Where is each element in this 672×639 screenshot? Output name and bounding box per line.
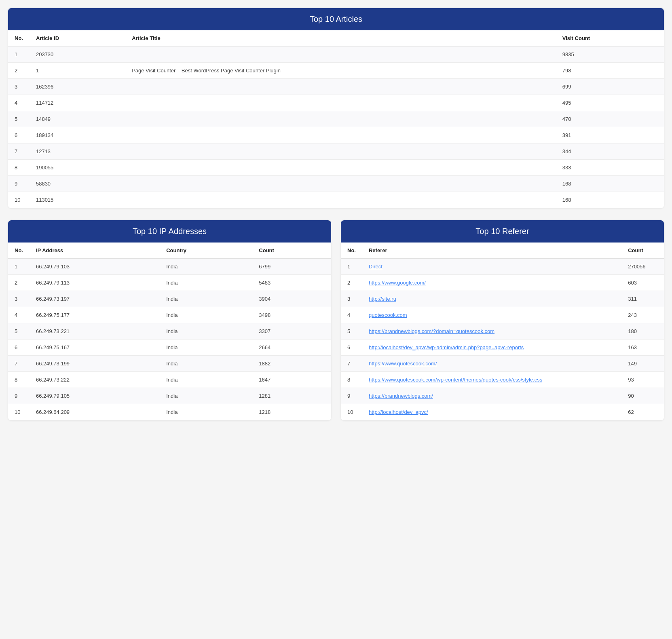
referer-no: 10 bbox=[341, 404, 362, 420]
table-row: 6 66.249.75.167 India 2664 bbox=[8, 340, 331, 356]
article-title bbox=[125, 95, 556, 111]
ip-country: India bbox=[160, 323, 252, 340]
referer-table: No. Referer Count 1 Direct 270056 2 http… bbox=[341, 243, 664, 420]
article-title bbox=[125, 192, 556, 208]
referer-no: 8 bbox=[341, 372, 362, 388]
ip-count: 3904 bbox=[252, 291, 331, 307]
articles-section: Top 10 Articles No. Article ID Article T… bbox=[8, 8, 664, 208]
referer-link[interactable]: Direct bbox=[369, 264, 382, 270]
article-count: 798 bbox=[556, 63, 664, 79]
article-title: Page Visit Counter – Best WordPress Page… bbox=[125, 63, 556, 79]
table-row: 9 https://brandnewblogs.com/ 90 bbox=[341, 388, 664, 404]
table-row: 1 203730 9835 bbox=[8, 46, 664, 63]
articles-col-id: Article ID bbox=[30, 30, 125, 46]
table-row: 2 https://www.google.com/ 603 bbox=[341, 275, 664, 291]
table-row: 7 12713 344 bbox=[8, 143, 664, 160]
table-row: 8 https://www.quotescook.com/wp-content/… bbox=[341, 372, 664, 388]
article-count: 699 bbox=[556, 79, 664, 95]
ip-country: India bbox=[160, 259, 252, 275]
table-row: 4 quotescook.com 243 bbox=[341, 307, 664, 323]
referer-no: 5 bbox=[341, 323, 362, 340]
table-row: 10 66.249.64.209 India 1218 bbox=[8, 404, 331, 420]
ip-count: 3307 bbox=[252, 323, 331, 340]
table-row: 5 https://brandnewblogs.com/?domain=quot… bbox=[341, 323, 664, 340]
referer-count: 163 bbox=[621, 340, 664, 356]
article-id: 189134 bbox=[30, 127, 125, 143]
table-row: 10 http://localhost/dev_apvc/ 62 bbox=[341, 404, 664, 420]
table-row: 4 66.249.75.177 India 3498 bbox=[8, 307, 331, 323]
table-row: 3 162396 699 bbox=[8, 79, 664, 95]
ip-country: India bbox=[160, 275, 252, 291]
article-no: 7 bbox=[8, 143, 30, 160]
referer-count: 90 bbox=[621, 388, 664, 404]
ip-address: 66.249.64.209 bbox=[30, 404, 160, 420]
table-row: 1 66.249.79.103 India 6799 bbox=[8, 259, 331, 275]
referer-count: 270056 bbox=[621, 259, 664, 275]
referer-link[interactable]: https://brandnewblogs.com/?domain=quotes… bbox=[369, 328, 494, 334]
ip-address: 66.249.79.105 bbox=[30, 388, 160, 404]
ip-no: 7 bbox=[8, 356, 30, 372]
articles-col-title: Article Title bbox=[125, 30, 556, 46]
ip-address: 66.249.73.199 bbox=[30, 356, 160, 372]
article-id: 12713 bbox=[30, 143, 125, 160]
referer-count: 311 bbox=[621, 291, 664, 307]
table-row: 6 189134 391 bbox=[8, 127, 664, 143]
article-title bbox=[125, 176, 556, 192]
table-row: 7 66.249.73.199 India 1882 bbox=[8, 356, 331, 372]
referer-url: http://localhost/dev_apvc/wp-admin/admin… bbox=[362, 340, 621, 356]
referer-count: 93 bbox=[621, 372, 664, 388]
ip-col-count: Count bbox=[252, 243, 331, 259]
table-row: 3 http://site.ru 311 bbox=[341, 291, 664, 307]
referer-link[interactable]: quotescook.com bbox=[369, 312, 407, 318]
table-row: 5 66.249.73.221 India 3307 bbox=[8, 323, 331, 340]
article-count: 495 bbox=[556, 95, 664, 111]
article-id: 58830 bbox=[30, 176, 125, 192]
ip-country: India bbox=[160, 372, 252, 388]
ip-address: 66.249.73.221 bbox=[30, 323, 160, 340]
referer-link[interactable]: http://site.ru bbox=[369, 296, 396, 302]
ip-no: 3 bbox=[8, 291, 30, 307]
referer-col-referer: Referer bbox=[362, 243, 621, 259]
ip-country: India bbox=[160, 388, 252, 404]
referer-link[interactable]: https://www.quotescook.com/ bbox=[369, 361, 437, 367]
article-no: 4 bbox=[8, 95, 30, 111]
table-row: 8 66.249.73.222 India 1647 bbox=[8, 372, 331, 388]
referer-count: 62 bbox=[621, 404, 664, 420]
article-title bbox=[125, 111, 556, 127]
ip-address: 66.249.73.197 bbox=[30, 291, 160, 307]
referer-no: 6 bbox=[341, 340, 362, 356]
referer-link[interactable]: https://www.quotescook.com/wp-content/th… bbox=[369, 377, 542, 383]
ip-no: 5 bbox=[8, 323, 30, 340]
ip-address: 66.249.75.167 bbox=[30, 340, 160, 356]
ip-country: India bbox=[160, 404, 252, 420]
referer-url: https://www.quotescook.com/wp-content/th… bbox=[362, 372, 621, 388]
referer-url: https://www.quotescook.com/ bbox=[362, 356, 621, 372]
referer-col-no: No. bbox=[341, 243, 362, 259]
ip-country: India bbox=[160, 307, 252, 323]
referer-section: Top 10 Referer No. Referer Count 1 Direc… bbox=[341, 220, 664, 420]
referer-link[interactable]: https://brandnewblogs.com/ bbox=[369, 393, 433, 399]
article-no: 2 bbox=[8, 63, 30, 79]
articles-title: Top 10 Articles bbox=[8, 8, 664, 30]
ip-table: No. IP Address Country Count 1 66.249.79… bbox=[8, 243, 331, 420]
referer-link[interactable]: http://localhost/dev_apvc/wp-admin/admin… bbox=[369, 344, 524, 350]
article-id: 14849 bbox=[30, 111, 125, 127]
referer-url: http://site.ru bbox=[362, 291, 621, 307]
referer-link[interactable]: https://www.google.com/ bbox=[369, 280, 426, 286]
ip-address: 66.249.73.222 bbox=[30, 372, 160, 388]
ip-no: 1 bbox=[8, 259, 30, 275]
referer-no: 9 bbox=[341, 388, 362, 404]
ip-count: 1218 bbox=[252, 404, 331, 420]
article-no: 10 bbox=[8, 192, 30, 208]
table-row: 7 https://www.quotescook.com/ 149 bbox=[341, 356, 664, 372]
referer-count: 243 bbox=[621, 307, 664, 323]
article-title bbox=[125, 127, 556, 143]
table-row: 2 66.249.79.113 India 5483 bbox=[8, 275, 331, 291]
referer-link[interactable]: http://localhost/dev_apvc/ bbox=[369, 409, 428, 415]
article-count: 333 bbox=[556, 160, 664, 176]
referer-url: quotescook.com bbox=[362, 307, 621, 323]
ip-address: 66.249.79.113 bbox=[30, 275, 160, 291]
ip-no: 8 bbox=[8, 372, 30, 388]
article-no: 5 bbox=[8, 111, 30, 127]
ip-country: India bbox=[160, 356, 252, 372]
